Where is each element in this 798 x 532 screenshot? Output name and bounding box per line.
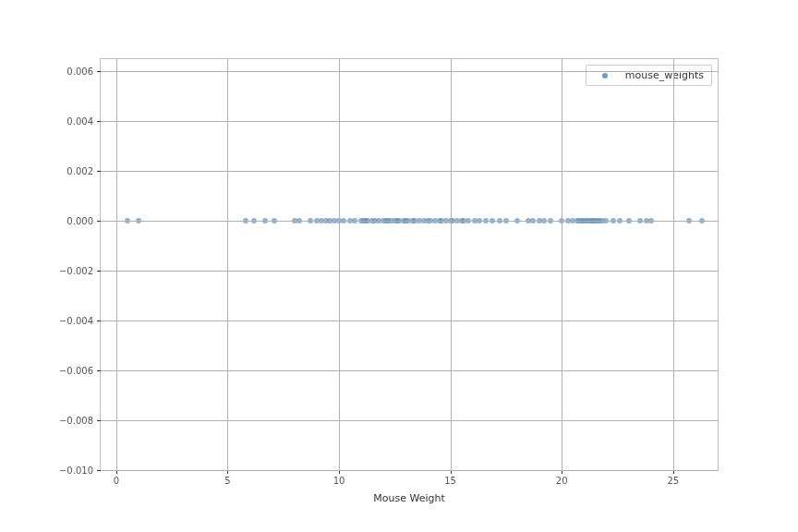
x-axis-label: Mouse Weight bbox=[373, 492, 445, 504]
gridline-h bbox=[101, 470, 718, 471]
x-tick-label: 25 bbox=[667, 476, 679, 486]
y-tick-label: 0.002 bbox=[66, 166, 93, 176]
gridline-h bbox=[101, 370, 718, 371]
y-tick-label: −0.004 bbox=[59, 316, 93, 326]
legend-dot-icon bbox=[602, 73, 608, 79]
y-tick bbox=[97, 370, 101, 371]
gridline-h bbox=[101, 221, 718, 222]
x-tick-label: 15 bbox=[444, 476, 456, 486]
y-tick bbox=[97, 470, 101, 471]
gridline-h bbox=[101, 121, 718, 122]
y-tick bbox=[97, 271, 101, 272]
gridline-h bbox=[101, 271, 718, 272]
y-tick bbox=[97, 171, 101, 172]
y-tick-label: −0.006 bbox=[59, 366, 93, 376]
y-tick-label: 0.006 bbox=[66, 66, 93, 77]
y-tick bbox=[97, 71, 101, 72]
figure: mouse_weights Mouse Weight 0510152025−0.… bbox=[0, 0, 798, 532]
y-tick bbox=[97, 221, 101, 222]
y-tick bbox=[97, 121, 101, 122]
gridline-h bbox=[101, 171, 718, 172]
legend: mouse_weights bbox=[586, 65, 712, 86]
y-tick bbox=[97, 320, 101, 321]
y-tick-label: −0.008 bbox=[59, 416, 93, 426]
x-tick-label: 0 bbox=[114, 476, 119, 486]
gridline-h bbox=[101, 420, 718, 421]
y-tick-label: −0.002 bbox=[59, 266, 93, 276]
y-tick-label: 0.004 bbox=[66, 116, 93, 127]
chart-axes: mouse_weights Mouse Weight 0510152025−0.… bbox=[100, 58, 719, 471]
x-tick-label: 20 bbox=[556, 476, 568, 486]
y-tick-label: 0.000 bbox=[66, 216, 93, 226]
y-tick bbox=[97, 420, 101, 421]
gridline-h bbox=[101, 320, 718, 321]
x-tick-label: 5 bbox=[224, 476, 230, 486]
gridline-h bbox=[101, 71, 718, 72]
x-tick-label: 10 bbox=[333, 476, 345, 486]
y-tick-label: −0.010 bbox=[59, 466, 93, 476]
